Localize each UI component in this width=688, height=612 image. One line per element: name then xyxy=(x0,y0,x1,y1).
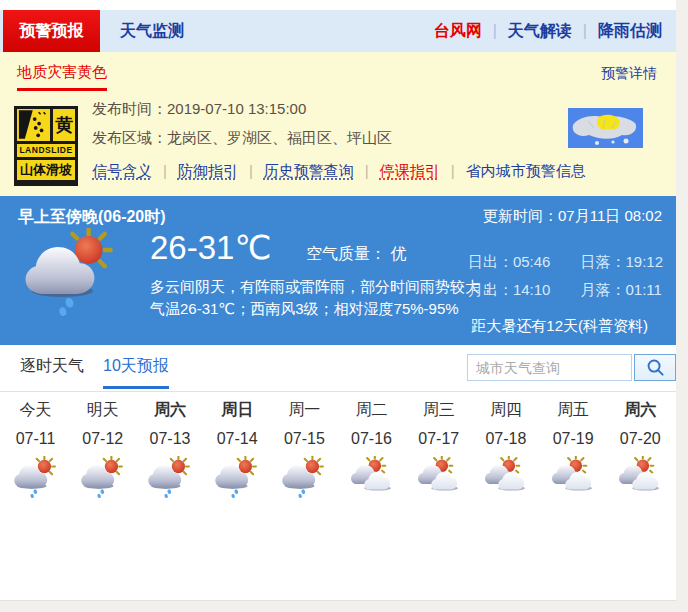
bottom-gutter xyxy=(0,600,676,612)
alert-details-link[interactable]: 预警详情 xyxy=(601,65,657,83)
cloudy-weather-icon xyxy=(617,456,663,498)
forecast-column[interactable]: 周日07-14 xyxy=(204,400,271,502)
solar-term-note[interactable]: 距大暑还有12天(科普资料) xyxy=(471,317,648,336)
ten-day-forecast-section: 今天07-11明天07-12周六07-13周日07-14周一07-15周二07-… xyxy=(0,392,676,600)
divider: | xyxy=(482,22,508,39)
forecast-day-label: 今天 xyxy=(2,400,69,420)
forecast-tabbar: 逐时天气 10天预报 xyxy=(0,345,676,392)
nav-tab-warning-forecast[interactable]: 预警预报 xyxy=(3,10,100,52)
forecast-date-label: 07-17 xyxy=(405,429,472,449)
forecast-column[interactable]: 周三07-17 xyxy=(405,400,472,502)
weather-description-line2: 气温26-31℃；西南风3级；相对湿度75%-95% xyxy=(150,298,495,320)
sun-moon-times: 日出：05:46 日落：19:12 月出：14:10 月落：01:11 xyxy=(468,253,663,309)
sign-label-en: LANDSLIDE xyxy=(17,144,75,157)
update-time: 更新时间：07月11日 08:02 xyxy=(483,207,662,226)
moonrise-label: 月出： xyxy=(468,281,513,298)
aqi-value: 优 xyxy=(390,245,406,262)
cloudy-weather-icon xyxy=(550,456,596,498)
tab-ten-day-forecast[interactable]: 10天预报 xyxy=(103,345,169,389)
divider: | xyxy=(152,162,178,179)
shower-weather-icon xyxy=(214,456,260,498)
right-gutter xyxy=(676,0,688,612)
link-province-warnings[interactable]: 省内城市预警信息 xyxy=(466,162,586,179)
forecast-column[interactable]: 周六07-13 xyxy=(136,400,203,502)
sign-label-cn: 山体滑坡 xyxy=(17,160,75,180)
warning-area-map-thumbnail[interactable] xyxy=(568,108,643,148)
nav-link-rain-estimate[interactable]: 降雨估测 xyxy=(598,22,662,39)
forecast-day-label: 周一 xyxy=(271,400,338,420)
forecast-column[interactable]: 周二07-16 xyxy=(338,400,405,502)
moonrise-value: 14:10 xyxy=(513,281,551,298)
link-defense-guide[interactable]: 防御指引 xyxy=(178,162,238,179)
link-history-query[interactable]: 历史预警查询 xyxy=(264,162,354,179)
nav-link-weather-explain[interactable]: 天气解读 xyxy=(508,22,572,39)
weather-warning-page: 预警预报 天气监测 台风网|天气解读|降雨估测 地质灾害黄色 预警详情 xyxy=(0,0,688,612)
divider: | xyxy=(440,162,466,179)
forecast-column[interactable]: 周五07-19 xyxy=(540,400,607,502)
top-nav: 预警预报 天气监测 台风网|天气解读|降雨估测 xyxy=(0,10,676,52)
publish-area-label: 发布区域： xyxy=(92,129,167,146)
temperature-range: 26-31℃ xyxy=(150,229,271,266)
forecast-column[interactable]: 明天07-12 xyxy=(69,400,136,502)
moonset-value: 01:11 xyxy=(625,281,661,298)
current-weather-panel: 早上至傍晚(06-20时) 更新时间：07月11日 08:02 26-31℃ 空… xyxy=(0,196,676,345)
city-weather-search-input[interactable] xyxy=(467,354,632,381)
alert-tab-geo-yellow[interactable]: 地质灾害黄色 xyxy=(17,63,107,91)
forecast-day-label: 周六 xyxy=(136,400,203,420)
cloudy-weather-icon xyxy=(349,456,395,498)
aqi-label: 空气质量： xyxy=(306,245,386,262)
alert-links: 信号含义|防御指引|历史预警查询|停课指引|省内城市预警信息 xyxy=(92,162,586,181)
forecast-day-label: 周六 xyxy=(607,400,674,420)
search-button[interactable] xyxy=(634,354,676,381)
shower-weather-icon xyxy=(281,456,327,498)
shower-weather-icon xyxy=(13,456,59,498)
forecast-day-label: 周日 xyxy=(204,400,271,420)
search-icon xyxy=(646,358,665,377)
sunset-value: 19:12 xyxy=(625,253,663,270)
forecast-date-label: 07-14 xyxy=(204,429,271,449)
tab-hourly-weather[interactable]: 逐时天气 xyxy=(20,345,84,389)
forecast-date-label: 07-16 xyxy=(338,429,405,449)
forecast-day-label: 周五 xyxy=(540,400,607,420)
forecast-day-label: 周二 xyxy=(338,400,405,420)
link-class-suspension[interactable]: 停课指引 xyxy=(380,162,440,179)
link-signal-meaning[interactable]: 信号含义 xyxy=(92,162,152,179)
forecast-date-label: 07-11 xyxy=(2,429,69,449)
shower-weather-icon xyxy=(80,456,126,498)
cloudy-weather-icon xyxy=(416,456,462,498)
nav-tab-weather-monitor[interactable]: 天气监测 xyxy=(120,10,184,52)
shower-weather-icon xyxy=(147,456,193,498)
nav-link-typhoon[interactable]: 台风网 xyxy=(434,22,482,39)
forecast-period-label: 早上至傍晚(06-20时) xyxy=(18,207,166,228)
forecast-date-label: 07-19 xyxy=(540,429,607,449)
sunset-label: 日落： xyxy=(580,253,625,270)
forecast-column[interactable]: 周一07-15 xyxy=(271,400,338,502)
forecast-column[interactable]: 周四07-18 xyxy=(472,400,539,502)
landslide-pictogram-icon xyxy=(17,109,50,141)
forecast-day-label: 周四 xyxy=(472,400,539,420)
nav-links: 台风网|天气解读|降雨估测 xyxy=(434,10,662,52)
forecast-date-label: 07-18 xyxy=(472,429,539,449)
cloudy-weather-icon xyxy=(483,456,529,498)
alert-section: 地质灾害黄色 预警详情 黄 LANDSLIDE xyxy=(0,52,676,196)
forecast-date-label: 07-13 xyxy=(136,429,203,449)
forecast-day-label: 明天 xyxy=(69,400,136,420)
publish-time-label: 发布时间： xyxy=(92,100,167,117)
alert-info: 发布时间：2019-07-10 13:15:00 发布区域：龙岗区、罗湖区、福田… xyxy=(92,100,586,181)
forecast-date-label: 07-12 xyxy=(69,429,136,449)
forecast-columns: 今天07-11明天07-12周六07-13周日07-14周一07-15周二07-… xyxy=(2,400,674,502)
forecast-date-label: 07-20 xyxy=(607,429,674,449)
forecast-column[interactable]: 今天07-11 xyxy=(2,400,69,502)
weather-description-line1: 多云间阴天，有阵雨或雷阵雨，部分时间雨势较大； xyxy=(150,276,495,298)
landslide-warning-sign: 黄 LANDSLIDE 山体滑坡 xyxy=(14,106,78,186)
sunrise-value: 05:46 xyxy=(513,253,551,270)
publish-area-value: 龙岗区、罗湖区、福田区、坪山区 xyxy=(167,129,392,146)
forecast-day-label: 周三 xyxy=(405,400,472,420)
current-weather-icon xyxy=(22,228,120,316)
forecast-date-label: 07-15 xyxy=(271,429,338,449)
divider: | xyxy=(354,162,380,179)
sign-level-char: 黄 xyxy=(53,109,75,141)
divider: | xyxy=(572,22,598,39)
current-weather-main: 26-31℃ 空气质量： 优 多云间阴天，有阵雨或雷阵雨，部分时间雨势较大； 气… xyxy=(150,228,495,320)
forecast-column[interactable]: 周六07-20 xyxy=(607,400,674,502)
